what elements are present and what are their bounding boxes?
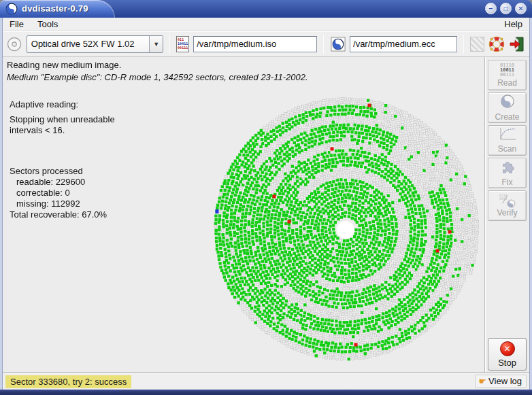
action-sidebar: 011101001100111 Read Create — [484, 57, 529, 373]
close-button[interactable]: ✕ — [515, 3, 527, 14]
missing-count: missing: 112992 — [10, 199, 115, 209]
fix-button[interactable]: Fix — [488, 158, 527, 188]
menu-help[interactable]: Help — [497, 18, 529, 31]
iso-path-input[interactable] — [193, 36, 317, 52]
verify-icon: 0110 1001 ∕ — [499, 194, 516, 207]
total-recoverable: Total recoverable: 67.0% — [10, 209, 115, 220]
window-title: dvdisaster-0.79 — [22, 3, 88, 14]
lifebuoy-help-icon[interactable] — [488, 36, 505, 52]
stopping-text-line2: intervals < 16. — [10, 125, 115, 136]
status-heading: Reading new medium image. Medium "Exampl… — [7, 60, 308, 82]
readable-count: readable: 229600 — [10, 177, 115, 188]
pointing-hand-icon: ☛ — [478, 377, 486, 385]
create-button-label: Create — [495, 112, 519, 122]
adaptive-reading-title: Adaptive reading: — [10, 99, 115, 110]
toolbar-separator — [463, 35, 464, 54]
scan-icon — [499, 127, 516, 143]
ecc-path-input[interactable] — [350, 36, 457, 52]
sectors-processed-title: Sectors processed — [10, 166, 115, 177]
view-log-button[interactable]: ☛ View log — [475, 375, 527, 388]
drive-select-value: Optical drive 52X FW 1.02 — [27, 39, 149, 49]
toolbar: Optical drive 52X FW 1.02 ▼ 011100110011… — [3, 31, 529, 57]
stopping-text-line1: Stopping when unreadable — [10, 114, 115, 125]
toolbar-separator — [323, 35, 324, 54]
window-border-right — [529, 18, 532, 390]
fix-button-label: Fix — [502, 177, 513, 187]
minimize-button[interactable]: − — [485, 3, 497, 14]
menu-file[interactable]: File — [3, 18, 31, 31]
window-border-left — [0, 18, 3, 390]
read-button-label: Read — [497, 78, 517, 88]
app-logo-icon — [5, 3, 18, 15]
titlebar[interactable]: dvdisaster-0.79 − □ ✕ — [0, 0, 532, 18]
app-window: dvdisaster-0.79 − □ ✕ File Tools Help Op… — [0, 0, 532, 395]
reading-info-panel: Adaptive reading: Stopping when unreadab… — [10, 99, 115, 220]
drive-select[interactable]: Optical drive 52X FW 1.02 ▼ — [27, 35, 163, 53]
quit-exit-icon[interactable] — [509, 36, 525, 52]
read-icon: 011101001100111 — [500, 63, 514, 78]
maximize-button[interactable]: □ — [500, 3, 512, 14]
preferences-icon-disabled[interactable] — [470, 37, 484, 52]
stop-button[interactable]: ✕ Stop — [488, 338, 527, 371]
verify-button[interactable]: 0110 1001 ∕ Verify — [488, 190, 527, 221]
correctable-count: correctable: 0 — [10, 188, 115, 199]
scan-button[interactable]: Scan — [488, 125, 527, 156]
status-line-1: Reading new medium image. — [7, 60, 308, 70]
chevron-down-icon[interactable]: ▼ — [149, 36, 163, 52]
scan-button-label: Scan — [498, 144, 516, 154]
window-border-bottom — [0, 390, 532, 395]
stop-icon: ✕ — [500, 341, 515, 356]
view-log-label: View log — [488, 376, 522, 386]
menu-tools[interactable]: Tools — [31, 18, 65, 31]
create-button[interactable]: Create — [488, 92, 527, 123]
verify-button-label: Verify — [497, 208, 517, 218]
status-line-2: Medium "Example disc": CD-R mode 1, 3425… — [7, 72, 308, 82]
statusbar: Sector 333680, try 2: success ☛ View log — [3, 373, 529, 390]
ecc-file-icon — [330, 36, 346, 52]
create-icon — [500, 94, 515, 111]
sector-status-message: Sector 333680, try 2: success — [5, 375, 131, 388]
toolbar-separator — [169, 35, 170, 54]
fix-icon — [500, 159, 515, 177]
stop-button-label: Stop — [498, 358, 516, 368]
read-button[interactable]: 011101001100111 Read — [488, 60, 527, 90]
cd-drive-icon — [7, 36, 22, 52]
image-file-icon: 0111001100111 — [176, 36, 189, 52]
menubar: File Tools Help — [3, 18, 529, 31]
